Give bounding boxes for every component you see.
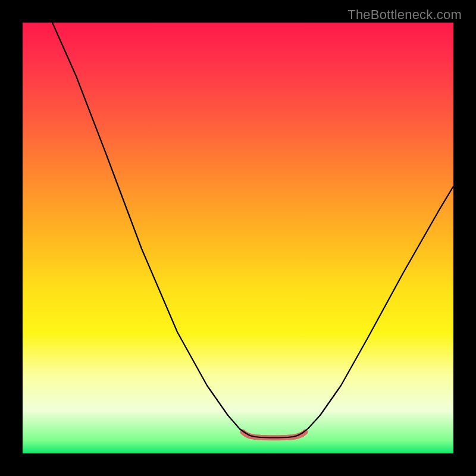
watermark-text: TheBottleneck.com (347, 7, 462, 23)
chart-container: TheBottleneck.com (0, 0, 476, 476)
curve-svg (23, 23, 453, 453)
plot-area (23, 23, 453, 453)
bottleneck-curve (52, 23, 453, 438)
flat-region-highlight (243, 432, 305, 438)
